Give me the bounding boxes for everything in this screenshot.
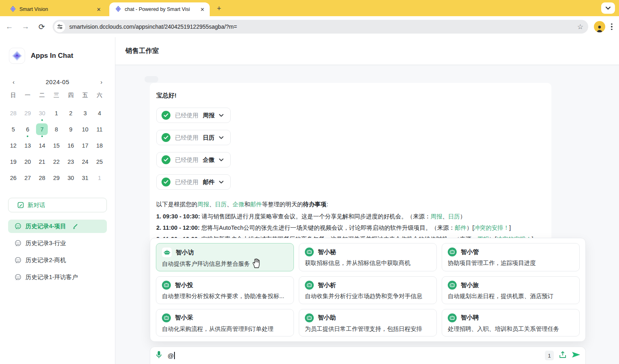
event-dot	[41, 135, 43, 137]
inline-link[interactable]: 邮件	[250, 201, 262, 207]
calendar-day[interactable]: 13	[21, 140, 35, 156]
inline-link[interactable]: 周报	[198, 201, 209, 207]
tab-close-icon[interactable]: ✕	[96, 6, 102, 13]
inline-link[interactable]: 日历	[448, 213, 460, 220]
tab-search-chevron-button[interactable]	[601, 2, 615, 14]
calendar-day[interactable]: 12	[6, 140, 21, 156]
check-circle-icon	[162, 133, 170, 142]
inline-link[interactable]: 企微	[233, 201, 245, 207]
agent-mention-popup: 智小访自动提供客户拜访信息并整合服务智小秘获取招标信息，并从招标信息中获取商机智…	[150, 238, 586, 342]
agent-card[interactable]: 智小秘获取招标信息，并从招标信息中获取商机	[299, 243, 437, 271]
inline-link[interactable]: 冲突的安排！	[474, 224, 509, 231]
agent-card[interactable]: 智小助为员工提供日常工作管理支持，包括日程安排	[299, 309, 437, 336]
robot-icon	[305, 313, 314, 322]
tab-smart-vision[interactable]: Smart Vision ✕	[4, 2, 106, 16]
bookmark-star-icon[interactable]: ☆	[577, 23, 583, 31]
calendar-day[interactable]: 11	[92, 123, 107, 140]
tool-used-pill[interactable]: 已经使用企微	[156, 152, 231, 167]
new-tab-button[interactable]: +	[214, 3, 224, 14]
calendar-day[interactable]: 14	[35, 140, 49, 156]
calendar-day[interactable]: 7	[35, 123, 49, 140]
calendar-day[interactable]: 29	[49, 172, 64, 188]
back-icon[interactable]: ←	[2, 20, 16, 34]
calendar-day[interactable]: 2	[64, 107, 78, 123]
calendar-day[interactable]: 21	[35, 156, 49, 172]
browser-menu-icon[interactable]	[611, 23, 613, 30]
calendar-day[interactable]: 19	[6, 156, 21, 172]
history-item[interactable]: 历史记录4-项目	[8, 220, 107, 233]
calendar-day[interactable]: 1	[49, 107, 64, 123]
calendar-day[interactable]: 6	[21, 123, 35, 140]
check-circle-icon	[162, 111, 170, 120]
microphone-icon[interactable]	[156, 351, 162, 360]
calendar-day[interactable]: 30	[64, 172, 78, 188]
calendar-day[interactable]: 17	[78, 140, 93, 156]
agent-card[interactable]: 智小旅自动规划出差日程，提供机票、酒店预订	[442, 276, 580, 304]
profile-avatar[interactable]	[594, 21, 605, 32]
calendar-day[interactable]: 24	[78, 156, 93, 172]
calendar-day[interactable]: 27	[21, 172, 35, 188]
calendar-day[interactable]: 5	[6, 123, 21, 140]
tool-used-pill[interactable]: 已经使用邮件	[156, 174, 231, 190]
forward-icon[interactable]: →	[19, 20, 32, 34]
edit-pencil-icon[interactable]	[72, 223, 79, 229]
agent-card[interactable]: 智小析自动收集并分析行业市场趋势和竞争对手信息	[299, 276, 437, 304]
new-chat-button[interactable]: 新对话	[8, 198, 107, 212]
agent-card[interactable]: 智小采自动化采购流程，从供应商管理到订单处理	[156, 309, 294, 336]
calendar-day[interactable]: 10	[78, 123, 93, 140]
favicon-gem-icon	[10, 6, 16, 13]
history-item[interactable]: 历史记录1-拜访客户	[8, 271, 107, 284]
inline-link[interactable]: 邮件	[455, 224, 466, 231]
inline-link[interactable]: 日历	[215, 201, 227, 207]
upload-icon[interactable]	[559, 351, 566, 360]
calendar-day[interactable]: 20	[21, 156, 35, 172]
calendar-day[interactable]: 25	[92, 156, 107, 172]
calendar-day[interactable]: 26	[6, 172, 21, 188]
history-item[interactable]: 历史记录3-行业	[8, 237, 107, 250]
message-input-bar[interactable]: @ 1	[150, 347, 586, 364]
calendar-day[interactable]: 28	[6, 107, 21, 123]
agent-card[interactable]: 智小投自动整理和分析投标文件要求，协助准备投标...	[156, 276, 294, 304]
tool-used-pill[interactable]: 已经使用日历	[156, 130, 231, 145]
chevron-down-icon[interactable]	[219, 159, 223, 161]
agent-card[interactable]: 智小访自动提供客户拜访信息并整合服务	[156, 243, 294, 271]
calendar-day[interactable]: 15	[49, 140, 64, 156]
calendar-day[interactable]: 9	[64, 123, 78, 140]
calendar-day[interactable]: 28	[35, 172, 49, 188]
tool-used-pill[interactable]: 已经使用周报	[156, 108, 231, 123]
agent-description: 自动化采购流程，从供应商管理到订单处理	[162, 325, 288, 333]
calendar-day[interactable]: 23	[64, 156, 78, 172]
used-label: 已经使用	[175, 178, 198, 186]
site-settings-icon[interactable]	[54, 21, 65, 32]
event-dot	[27, 135, 28, 137]
calendar-day[interactable]: 22	[49, 156, 64, 172]
tab-close-icon[interactable]: ✕	[199, 6, 206, 13]
calendar-day[interactable]: 3	[78, 107, 93, 123]
reload-icon[interactable]: ⟳	[35, 20, 49, 34]
calendar-day[interactable]: 30	[35, 107, 49, 123]
tab-chat-active[interactable]: chat - Powered by Smart Visi ✕	[109, 2, 210, 16]
calendar-day[interactable]: 4	[92, 107, 107, 123]
calendar-next-icon[interactable]: ›	[97, 78, 106, 86]
chevron-down-icon[interactable]	[219, 181, 223, 184]
send-icon[interactable]	[572, 351, 581, 360]
robot-icon	[448, 313, 457, 322]
calendar-day[interactable]: 18	[92, 140, 107, 156]
calendar-day[interactable]: 29	[21, 107, 35, 123]
calendar-day[interactable]: 1	[92, 172, 107, 188]
event-dot	[41, 119, 43, 121]
input-text[interactable]: @	[168, 352, 174, 359]
chevron-down-icon[interactable]	[219, 114, 223, 117]
app-logo-icon	[9, 48, 25, 64]
calendar-day[interactable]: 31	[78, 172, 93, 188]
chevron-down-icon[interactable]	[219, 136, 223, 139]
text-segment: 等整理的明天的	[262, 201, 303, 207]
agent-card[interactable]: 智小聘处理招聘、入职、培训和员工关系管理任务	[442, 309, 580, 336]
agent-card[interactable]: 智小管协助项目管理工作，追踪项目进度	[442, 243, 580, 271]
calendar-day[interactable]: 16	[64, 140, 78, 156]
calendar-day[interactable]: 8	[49, 123, 64, 140]
address-bar[interactable]: smartvision.dcclouds.com/appsinchat/2404…	[53, 20, 588, 34]
history-item[interactable]: 历史记录2-商机	[8, 254, 107, 267]
inline-link[interactable]: 周报	[431, 213, 442, 220]
calendar-prev-icon[interactable]: ‹	[9, 78, 18, 86]
